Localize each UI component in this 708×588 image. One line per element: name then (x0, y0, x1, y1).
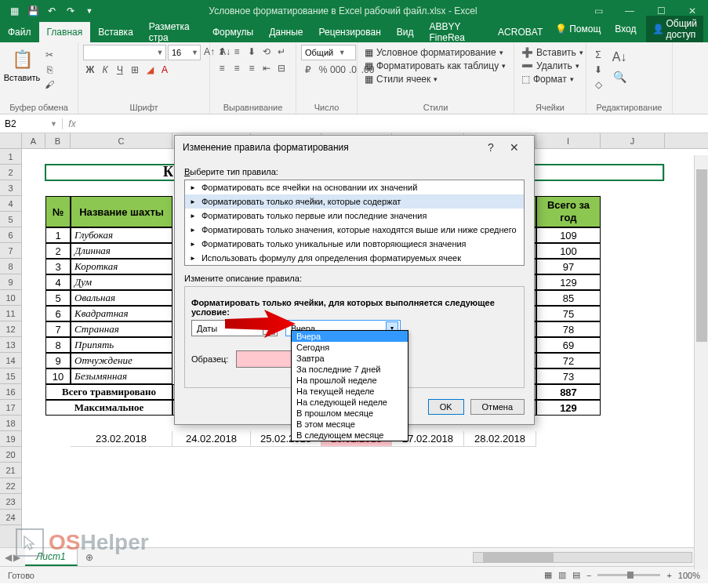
name-box[interactable]: B2▼ (0, 118, 63, 129)
dropdown-item[interactable]: В этом месяце (292, 419, 408, 430)
cell[interactable]: 23.02.2018 (71, 431, 172, 447)
cell[interactable]: 72 (536, 353, 601, 368)
cell[interactable]: Всего загод (536, 196, 601, 227)
zoom-out-icon[interactable]: − (586, 571, 591, 580)
dropdown-item[interactable]: В прошлом месяце (292, 408, 408, 419)
format-painter-icon[interactable]: 🖌 (42, 78, 56, 92)
row-header[interactable]: 12 (0, 321, 21, 337)
zoom-percent[interactable]: 100% (678, 571, 700, 580)
row-header[interactable]: 9 (0, 274, 21, 290)
row-header[interactable]: 10 (0, 290, 21, 306)
qat-customize-icon[interactable]: ▼ (82, 3, 97, 19)
view-normal-icon[interactable]: ▦ (544, 570, 552, 580)
zoom-slider[interactable] (597, 574, 660, 576)
sign-in[interactable]: Вход (610, 20, 641, 38)
dropdown-item[interactable]: За последние 7 дней (292, 364, 408, 375)
borders-icon[interactable]: ⊞ (128, 63, 142, 77)
row-header[interactable]: 1 (0, 149, 21, 165)
condition-type-combo[interactable]: Даты▾ (191, 320, 278, 336)
cell[interactable]: Максимальное (45, 400, 172, 416)
sort-filter-icon[interactable]: A↓ (610, 48, 629, 67)
cell[interactable]: 887 (536, 384, 601, 400)
italic-icon[interactable]: К (98, 63, 112, 77)
fill-icon[interactable]: ⬇ (591, 63, 605, 77)
align-left-icon[interactable]: ≡ (215, 61, 229, 75)
row-header[interactable]: 11 (0, 306, 21, 321)
row-header[interactable]: 23 (0, 494, 21, 510)
column-header[interactable]: J (601, 133, 665, 148)
row-header[interactable]: 24 (0, 510, 21, 525)
rule-type-item[interactable]: Форматировать только первые или последни… (185, 209, 524, 223)
cell[interactable]: 69 (536, 337, 601, 353)
undo-icon[interactable]: ↶ (44, 3, 60, 19)
row-header[interactable]: 20 (0, 447, 21, 463)
find-select-icon[interactable]: 🔍 (610, 67, 629, 86)
cell[interactable]: 10 (45, 368, 71, 384)
tab-file[interactable]: Файл (0, 22, 39, 42)
cell[interactable]: 78 (536, 321, 601, 337)
cell[interactable]: 7 (45, 321, 71, 337)
percent-icon[interactable]: % (316, 63, 330, 77)
column-header[interactable]: B (45, 133, 71, 148)
cell[interactable]: 97 (536, 259, 601, 274)
thousands-icon[interactable]: 000 (331, 63, 345, 77)
redo-icon[interactable]: ↷ (63, 3, 78, 19)
conditional-formatting-button[interactable]: ▦Условное форматирование ▾ (362, 46, 506, 59)
align-right-icon[interactable]: ≡ (245, 61, 259, 75)
indent-dec-icon[interactable]: ⇤ (260, 61, 274, 75)
font-color-icon[interactable]: A (158, 63, 172, 77)
cell[interactable]: 24.02.2018 (172, 431, 251, 447)
date-period-dropdown[interactable]: ВчераСегодняЗавтраЗа последние 7 днейНа … (291, 330, 408, 441)
fill-color-icon[interactable]: ◢ (143, 63, 157, 77)
horizontal-scrollbar[interactable] (101, 552, 708, 563)
dialog-help-icon[interactable]: ? (479, 141, 503, 154)
cell[interactable]: 8 (45, 337, 71, 353)
dropdown-item[interactable]: На текущей неделе (292, 386, 408, 397)
cell[interactable]: Квадратная (71, 306, 172, 321)
rule-type-item[interactable]: Форматировать все ячейки на основании их… (185, 180, 524, 194)
dropdown-item[interactable]: Завтра (292, 353, 408, 364)
cell[interactable]: Странная (71, 321, 172, 337)
currency-icon[interactable]: ₽ (301, 63, 315, 77)
row-header[interactable]: 5 (0, 212, 21, 227)
font-name-combo[interactable]: ▼ (83, 45, 166, 60)
row-header[interactable]: 22 (0, 478, 21, 494)
row-header[interactable]: 14 (0, 353, 21, 368)
row-header[interactable]: 3 (0, 180, 21, 196)
tab-review[interactable]: Рецензирован (311, 22, 389, 42)
view-break-icon[interactable]: ▤ (572, 570, 580, 580)
autosum-icon[interactable]: Σ (591, 48, 605, 62)
tab-formulas[interactable]: Формулы (205, 22, 261, 42)
cell[interactable]: Всего травмировано (45, 384, 172, 400)
share-button[interactable]: 👤 Общий доступ (646, 16, 704, 42)
rule-type-list[interactable]: Форматировать все ячейки на основании их… (184, 180, 525, 266)
cell[interactable]: 100 (536, 243, 601, 259)
cell[interactable]: 5 (45, 290, 71, 306)
cell[interactable]: Безымянная (71, 368, 172, 384)
tab-data[interactable]: Данные (261, 22, 310, 42)
row-header[interactable]: 2 (0, 165, 21, 180)
align-top-icon[interactable]: ⬆ (215, 45, 229, 59)
fx-icon[interactable]: fx (63, 118, 82, 129)
row-header[interactable]: 7 (0, 243, 21, 259)
cell[interactable]: 1 (45, 227, 71, 243)
rule-type-item[interactable]: Форматировать только уникальные или повт… (185, 237, 524, 251)
wrap-text-icon[interactable]: ↵ (274, 45, 289, 59)
column-header[interactable]: I (536, 133, 601, 148)
cell[interactable]: 9 (45, 353, 71, 368)
dropdown-item[interactable]: В следующем месяце (292, 430, 408, 441)
format-as-table-button[interactable]: ▦Форматировать как таблицу ▾ (362, 60, 508, 72)
row-header[interactable]: 21 (0, 463, 21, 478)
tab-pagelayout[interactable]: Разметка стра (141, 22, 205, 42)
row-header[interactable]: 15 (0, 368, 21, 384)
tab-home[interactable]: Главная (39, 22, 91, 42)
row-header[interactable]: 13 (0, 337, 21, 353)
cell[interactable]: 28.02.2018 (464, 431, 536, 447)
cell[interactable]: 4 (45, 274, 71, 290)
tab-insert[interactable]: Вставка (90, 22, 141, 42)
paste-button[interactable]: 📋 Вставить (5, 45, 39, 82)
cell-styles-button[interactable]: ▦Стили ячеек ▾ (362, 73, 440, 85)
column-header[interactable]: A (22, 133, 45, 148)
cell[interactable]: 85 (536, 290, 601, 306)
rule-type-item[interactable]: Форматировать только ячейки, которые сод… (185, 194, 524, 209)
